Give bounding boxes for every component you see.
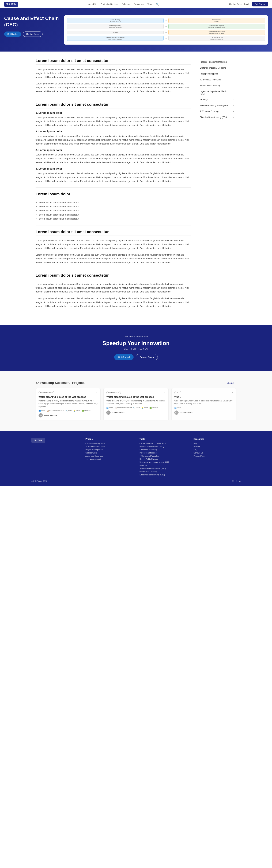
- nav-resources[interactable]: Resources: [134, 3, 144, 5]
- project-tag-2: Microelements: [106, 391, 121, 394]
- footer-tool-apa[interactable]: Action Preventing Action (APA): [139, 467, 187, 469]
- chevron-right-icon-6: →: [232, 98, 235, 101]
- footer-resources-title: Resources: [194, 438, 241, 440]
- nav-get-started-button[interactable]: Get Started: [252, 2, 268, 6]
- footer-tool-rrr[interactable]: Round-Robin Ranking: [139, 458, 187, 460]
- sidebar-item-perception[interactable]: Perception Mapping →: [198, 71, 237, 76]
- see-all-link[interactable]: See all →: [227, 381, 237, 384]
- cta-contact-sales-button[interactable]: Contact Sales: [136, 354, 158, 360]
- sidebar-item-process-functional[interactable]: Process Functional Modeling →: [198, 59, 237, 65]
- footer-logo-col: PRIZ GURU: [31, 438, 79, 477]
- linkedin-icon[interactable]: in: [239, 480, 241, 483]
- project-meta-3: 👥 Team: [174, 407, 234, 409]
- footer-link-idea[interactable]: Idea Management: [85, 458, 133, 460]
- projects-header: Showcasing Successful Projects See all →: [35, 381, 237, 385]
- footer-tools-title: Tools: [139, 438, 187, 440]
- sidebar-item-effective-brainstorming[interactable]: Effective Brainstorming (EBS) →: [198, 115, 237, 120]
- project-meta-1: 👥 Team 📋 Problem statement 🔧 Tools 💡 Ide…: [38, 410, 98, 411]
- nav-login-button[interactable]: Log In: [244, 3, 250, 5]
- cta-get-started-button[interactable]: Get Started: [114, 354, 133, 360]
- section3-heading: Lorem ipsum dolor: [35, 192, 191, 198]
- external-link-icon-3[interactable]: ↗: [232, 391, 234, 394]
- footer-tool-pfm[interactable]: Process Functional Modeling: [139, 445, 187, 447]
- footer-link-reporting[interactable]: Automatic Reporting: [85, 455, 133, 457]
- footer-product-title: Product: [85, 438, 133, 440]
- nav-solutions[interactable]: Solutions: [122, 3, 130, 5]
- hero-title: Cause and Effect Chain (CEC): [4, 15, 60, 28]
- external-link-icon-2[interactable]: ↗: [164, 391, 166, 394]
- author-name-3: Name Surname: [180, 411, 193, 414]
- diagram-box-3: Preventing learningprocess is inefficien…: [67, 24, 164, 29]
- sidebar-item-urgency[interactable]: Urgency – Importance Matrix (UIM) →: [198, 89, 237, 96]
- footer-resource-contact[interactable]: Contact Us: [194, 452, 241, 454]
- footer-tool-uim[interactable]: Urgency – Importance Matrix (UIM): [139, 461, 187, 463]
- chevron-right-icon-8: →: [232, 110, 235, 113]
- sub-para-2: Lorem ipsum dolor sit amet consectetur. …: [35, 134, 191, 146]
- footer-resource-blog[interactable]: Blog: [194, 442, 241, 444]
- diagram-box-4: Contamination depositsduring the cleanin…: [168, 24, 265, 29]
- footer-tool-40[interactable]: 40 Inventive Principles: [139, 455, 187, 457]
- cta-title: Speedup Your Innovation: [4, 340, 268, 346]
- footer-tool-5whys[interactable]: 5+ Whys: [139, 464, 187, 466]
- sidebar: Process Functional Modeling → System Fun…: [198, 59, 237, 311]
- footer-link-ai[interactable]: AI Assisted Facilitation: [85, 445, 133, 447]
- project-title-2: Wafer cleaning issues at the wet process: [106, 396, 165, 398]
- hero-diagram: Wafer cleaningstep one affected → Contam…: [64, 15, 268, 44]
- nav-team[interactable]: Team: [147, 3, 153, 5]
- hero-contact-sales-button[interactable]: Contact Sales: [23, 32, 43, 37]
- nav-product[interactable]: Product & Services: [101, 3, 118, 5]
- projects-title: Showcasing Successful Projects: [35, 381, 85, 385]
- project-desc-2: Wafer cleaning is widely used in microch…: [106, 399, 165, 405]
- chevron-right-icon-1: →: [232, 66, 235, 69]
- diagram-box-2: Contaminationdroplets: [168, 18, 265, 23]
- project-desc-1: Wafer cleaning is widely used in microch…: [38, 399, 98, 408]
- hero-section: Cause and Effect Chain (CEC) Get Started…: [0, 8, 272, 52]
- sidebar-item-action-preventing[interactable]: Action Preventing Action (APA) →: [198, 103, 237, 108]
- footer-tool-pm[interactable]: Perception Mapping: [139, 452, 187, 454]
- section5-heading: Lorem ipsum dolor sit amet consectetur.: [35, 273, 191, 279]
- section4-para1: Lorem ipsum dolor sit amet consectetur. …: [35, 239, 191, 250]
- bullet-item: Lorem ipsum dolor sit amet consectetur.: [39, 205, 191, 209]
- sidebar-item-9-windows[interactable]: 9 Windows Thinking →: [198, 108, 237, 114]
- meta-team-3: 👥 Team: [174, 407, 181, 409]
- sidebar-item-40-inventive[interactable]: 40 Inventive Principles →: [198, 77, 237, 83]
- nav-contact-sales-link[interactable]: Contact Sales: [229, 3, 242, 5]
- project-meta-2: 👥 Team 📋 Problem statement 🔧 Tools 💡 Ide…: [106, 407, 165, 409]
- footer-link-collab[interactable]: Collaboration: [85, 452, 133, 454]
- search-icon[interactable]: 🔍: [156, 3, 159, 6]
- footer-resource-faq[interactable]: FAQ: [194, 448, 241, 451]
- footer-tool-ebs[interactable]: Effective Brainstorming (EBS): [139, 474, 187, 476]
- sidebar-item-5-whys[interactable]: 5+ Whys →: [198, 97, 237, 102]
- bullet-item: Lorem ipsum dolor sit amet consectetur.: [39, 213, 191, 217]
- footer-tool-9windows[interactable]: 9 Windows Thinking: [139, 470, 187, 473]
- footer-resources-col: Resources Blog PrizHub FAQ Contact Us Pr…: [194, 438, 241, 477]
- sidebar-item-system-functional[interactable]: System Functional Modeling →: [198, 65, 237, 71]
- footer-link-project[interactable]: Project Management: [85, 448, 133, 451]
- footer-tool-fm[interactable]: Functional Modeling: [139, 448, 187, 451]
- meta-solution-2: ✅ Solution: [149, 407, 158, 409]
- sub-heading-2: 2. Lorem ipsum dolor: [35, 130, 191, 133]
- nav-logo[interactable]: PRIZ GURU: [4, 2, 18, 7]
- cta-buttons: Get Started Contact Sales: [4, 354, 268, 360]
- navbar: PRIZ GURU About Us Product & Services So…: [0, 0, 272, 8]
- footer-resource-privacy[interactable]: Privacy Policy: [194, 455, 241, 457]
- chevron-right-icon-9: →: [232, 116, 235, 119]
- sidebar-item-round-robin[interactable]: Round-Robin Ranking →: [198, 83, 237, 88]
- facebook-icon[interactable]: f: [236, 480, 237, 483]
- diagram-box-5: Urgency: [67, 31, 164, 34]
- nav-about[interactable]: About Us: [88, 3, 97, 5]
- sub-item-2: 2. Lorem ipsum dolor Lorem ipsum dolor s…: [35, 130, 191, 146]
- section5-para2: Lorem ipsum dolor sit amet consectetur. …: [35, 297, 191, 308]
- logo-image: PRIZ GURU: [4, 2, 18, 7]
- hero-get-started-button[interactable]: Get Started: [4, 32, 21, 37]
- sub-item-1: 1. Lorem ipsum dolor Lorem ipsum dolor s…: [35, 111, 191, 127]
- twitter-icon[interactable]: 𝕏: [232, 480, 234, 483]
- footer-link-creative[interactable]: Creative Thinking Tools: [85, 442, 133, 444]
- diagram-arrow-4: →: [165, 37, 167, 39]
- footer-tool-cec[interactable]: Cause and Effect Chain (CEC): [139, 442, 187, 444]
- external-link-icon-1[interactable]: ↗: [96, 391, 98, 394]
- project-desc-3: Well cleaning is widely used in microchi…: [174, 399, 234, 405]
- footer-logo: PRIZ GURU: [31, 438, 45, 443]
- footer-resource-prizhub[interactable]: PrizHub: [194, 445, 241, 447]
- footer-tools-col: Tools Cause and Effect Chain (CEC) Proce…: [139, 438, 187, 477]
